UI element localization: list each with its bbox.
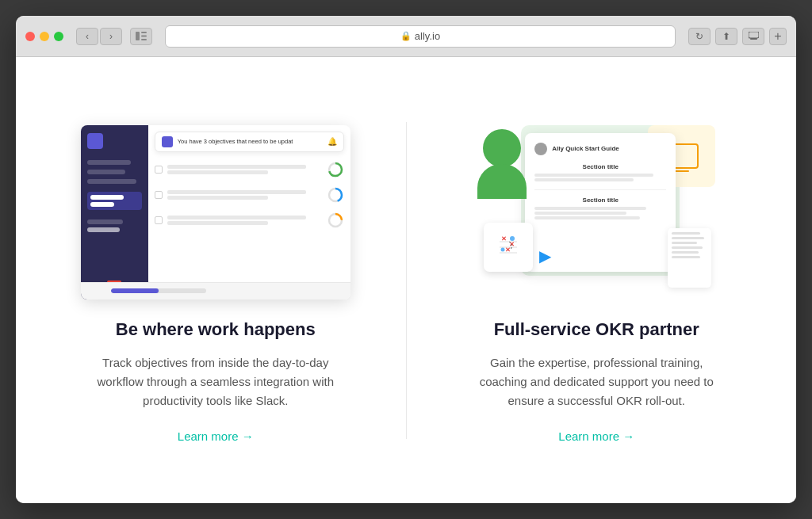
section2-title: Section title <box>534 197 666 204</box>
objective-row-1 <box>155 158 344 181</box>
svg-text:✕: ✕ <box>501 235 507 242</box>
page-card <box>668 228 711 288</box>
person-figure <box>477 129 527 199</box>
person-body <box>477 164 527 199</box>
share-button[interactable]: ⬆ <box>715 28 737 45</box>
left-card: M You have 3 objectives that need to be … <box>57 117 374 444</box>
minimize-button[interactable] <box>40 32 49 41</box>
svg-text:✕: ✕ <box>505 246 511 254</box>
checkbox-2 <box>155 191 163 199</box>
app-bottom-bar <box>81 282 350 300</box>
back-button[interactable]: ‹ <box>76 28 98 45</box>
sidebar-nav-item <box>87 160 131 165</box>
bottom-progress <box>111 288 206 293</box>
blue-arrow: ▶ <box>539 246 551 265</box>
app-main: You have 3 objectives that need to be up… <box>148 125 350 300</box>
app-logo <box>87 133 103 149</box>
address-bar[interactable]: 🔒 ally.io <box>165 25 676 48</box>
nav-buttons: ‹ › <box>76 28 122 45</box>
section-line <box>534 178 634 181</box>
left-learn-more[interactable]: Learn more → <box>178 429 254 443</box>
right-card: Ally Quick Start Guide Section title Sec… <box>439 117 756 444</box>
page-line <box>672 246 702 249</box>
section-line <box>534 174 653 177</box>
left-card-description: Track objectives from inside the day-to-… <box>85 353 347 410</box>
sidebar-nav-item <box>87 170 125 174</box>
obj-lines-1 <box>167 165 322 174</box>
progress-fill <box>111 288 159 293</box>
active-bar <box>90 195 124 200</box>
maximize-button[interactable] <box>54 32 63 41</box>
bell-icon: 🔔 <box>327 137 337 146</box>
svg-rect-3 <box>141 39 147 40</box>
section-line <box>534 212 626 215</box>
close-button[interactable] <box>25 32 35 41</box>
person-head <box>483 129 521 167</box>
card-divider <box>406 122 407 439</box>
right-learn-more[interactable]: Learn more → <box>558 429 634 443</box>
section-line <box>534 216 640 219</box>
obj-line <box>167 221 268 225</box>
app-window: M You have 3 objectives that need to be … <box>81 125 350 300</box>
notification-text: You have 3 objectives that need to be up… <box>178 138 293 145</box>
forward-button[interactable]: › <box>100 28 122 45</box>
page-line <box>672 232 700 235</box>
sidebar-active-item <box>87 192 142 210</box>
tabs-button[interactable] <box>742 28 764 45</box>
obj-lines-2 <box>167 190 322 200</box>
new-tab-button[interactable]: + <box>769 28 787 45</box>
right-card-description: Gain the expertise, professional trainin… <box>465 353 727 410</box>
active-bar-2 <box>90 202 115 207</box>
guide-header: Ally Quick Start Guide <box>534 143 666 155</box>
browser-window: ‹ › 🔒 ally.io ↻ ⬆ + <box>16 16 796 503</box>
browser-content: M You have 3 objectives that need to be … <box>16 57 796 503</box>
svg-rect-4 <box>749 32 759 38</box>
url-text: ally.io <box>415 30 440 42</box>
notif-icon <box>162 136 173 147</box>
svg-point-18 <box>510 236 515 241</box>
browser-chrome: ‹ › 🔒 ally.io ↻ ⬆ + <box>16 16 796 57</box>
page-line <box>672 251 699 254</box>
obj-line <box>167 170 268 174</box>
objective-row-3 <box>155 209 344 231</box>
sidebar-nav-item <box>87 227 120 232</box>
illustration-bg: Ally Quick Start Guide Section title Sec… <box>477 121 715 280</box>
guide-section-1: Section title <box>534 163 666 181</box>
section-line <box>534 207 646 210</box>
sidebar-nav-item <box>87 179 136 184</box>
strategy-card: ✕ ✕ ✕ <box>484 223 533 272</box>
svg-rect-2 <box>141 36 147 37</box>
browser-actions: ↻ ⬆ + <box>688 28 787 45</box>
guide-section-2: Section title <box>534 197 666 219</box>
notification-bar: You have 3 objectives that need to be up… <box>155 132 344 152</box>
section1-title: Section title <box>534 163 666 170</box>
obj-line <box>167 190 307 194</box>
right-illustration: Ally Quick Start Guide Section title Sec… <box>454 117 739 300</box>
lock-icon: 🔒 <box>400 31 412 41</box>
obj-lines-3 <box>167 216 322 225</box>
section-divider <box>534 189 666 190</box>
page-line <box>672 237 704 239</box>
guide-avatar <box>534 143 547 155</box>
svg-rect-1 <box>141 32 147 33</box>
page-line <box>672 242 697 244</box>
svg-rect-5 <box>750 38 757 40</box>
sidebar-toggle[interactable] <box>130 28 152 45</box>
checkbox-3 <box>155 216 163 224</box>
checkbox-1 <box>155 166 163 174</box>
left-card-title: Be where work happens <box>116 319 316 342</box>
obj-line <box>167 165 307 169</box>
left-illustration: M You have 3 objectives that need to be … <box>65 117 366 300</box>
right-card-title: Full-service OKR partner <box>494 319 699 342</box>
obj-line <box>167 216 307 219</box>
svg-point-19 <box>501 247 505 251</box>
cards-container: M You have 3 objectives that need to be … <box>57 117 755 444</box>
reload-button[interactable]: ↻ <box>688 28 710 45</box>
app-sidebar: M <box>81 125 148 300</box>
guide-title: Ally Quick Start Guide <box>552 145 619 152</box>
sidebar-nav-item <box>87 219 123 224</box>
objective-row-2 <box>155 184 344 206</box>
obj-line <box>167 196 268 200</box>
traffic-lights <box>25 32 63 41</box>
page-line <box>672 256 700 258</box>
